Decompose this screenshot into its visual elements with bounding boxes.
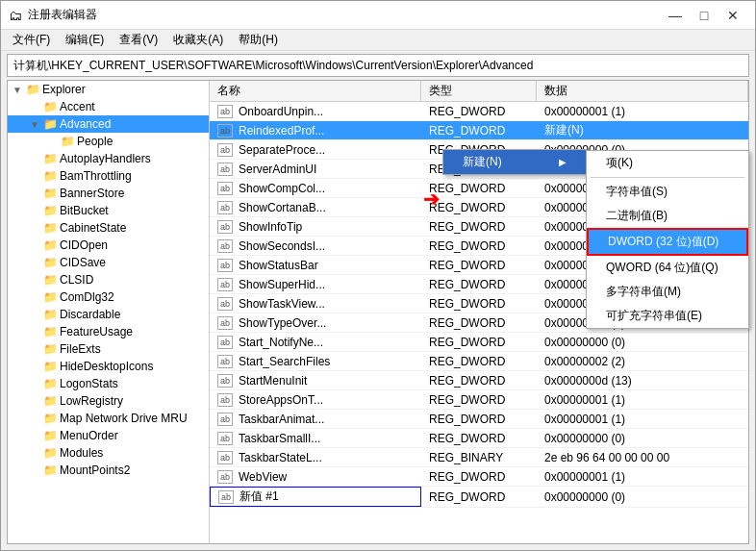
reg-icon: ab [217, 451, 233, 464]
tree-item-clsid[interactable]: ▶ 📁 CLSID [8, 271, 209, 288]
cell-name: abShowCompCol... [210, 181, 421, 196]
tree-label-mapnetwork: Map Network Drive MRU [58, 412, 188, 425]
folder-icon-advanced: 📁 [42, 117, 58, 131]
context-menu[interactable]: 新建(N) ▶ 项(K) 字符串值(S) 二进制值(B) DWORD (32 位… [442, 149, 587, 175]
cell-name: abServerAdminUI [210, 162, 421, 177]
cell-name: abShowSecondsI... [210, 238, 421, 254]
tree-item-fileexts[interactable]: ▶ 📁 FileExts [8, 340, 209, 358]
table-row[interactable]: abTaskbarSmallI... REG_DWORD0x00000000 (… [210, 429, 748, 448]
tree-toggle-featureusage: ▶ [27, 324, 42, 339]
tree-item-people[interactable]: ▶ 📁 People [8, 133, 209, 150]
reg-icon: ab [217, 220, 233, 234]
menu-file[interactable]: 文件(F) [5, 30, 58, 50]
col-header-data[interactable]: 数据 [537, 81, 748, 101]
menu-help[interactable]: 帮助(H) [231, 30, 286, 50]
menu-favorites[interactable]: 收藏夹(A) [165, 30, 231, 50]
tree-toggle-accent: ▶ [27, 99, 42, 114]
tree-item-lowregistry[interactable]: ▶ 📁 LowRegistry [8, 392, 209, 410]
table-row[interactable]: ab新值 #1 REG_DWORD0x00000000 (0) [210, 487, 748, 508]
cell-data: 2e eb 96 64 00 00 00 00 [537, 450, 748, 465]
submenu-item-binary[interactable]: 二进制值(B) [587, 204, 748, 228]
tree-toggle-mapnetwork: ▶ [27, 411, 42, 426]
tree-item-comdlg32[interactable]: ▶ 📁 ComDlg32 [8, 288, 209, 306]
menu-edit[interactable]: 编辑(E) [58, 30, 112, 50]
cell-type: REG_DWORD [421, 412, 537, 427]
tree-item-hidedesktopicons[interactable]: ▶ 📁 HideDesktopIcons [8, 358, 209, 375]
submenu-arrow-icon: ▶ [559, 157, 567, 167]
tree-toggle-modules: ▶ [27, 445, 42, 461]
cell-type: REG_DWORD [421, 200, 537, 215]
submenu-item-key[interactable]: 项(K) [587, 151, 748, 175]
cell-type: REG_DWORD [421, 489, 537, 505]
tree-item-featureusage[interactable]: ▶ 📁 FeatureUsage [8, 323, 209, 340]
table-row[interactable]: abTaskbarAnimat... REG_DWORD0x00000001 (… [210, 410, 748, 429]
tree-toggle-bam: ▶ [27, 168, 42, 184]
cell-type: REG_DWORD [421, 104, 537, 119]
cell-name: abTaskbarStateL... [210, 450, 421, 465]
tree-item-modules[interactable]: ▶ 📁 Modules [8, 444, 209, 462]
tree-label-featureusage: FeatureUsage [58, 325, 133, 338]
tree-item-bitbucket[interactable]: ▶ 📁 BitBucket [8, 202, 209, 219]
cell-type: REG_DWORD [421, 123, 537, 138]
maximize-button[interactable]: □ [690, 6, 718, 25]
context-menu-item-new[interactable]: 新建(N) ▶ [443, 150, 586, 174]
submenu-item-multistring[interactable]: 多字符串值(M) [587, 280, 748, 304]
folder-icon-lowregistry: 📁 [42, 394, 58, 408]
cell-data: 0x0000000d (13) [537, 373, 748, 388]
submenu-item-qword[interactable]: QWORD (64 位)值(Q) [587, 256, 748, 280]
menu-view[interactable]: 查看(V) [112, 30, 165, 50]
tree-toggle-fileexts: ▶ [27, 341, 42, 357]
submenu-item-string[interactable]: 字符串值(S) [587, 180, 748, 204]
tree-toggle-mountpoints2: ▶ [27, 463, 42, 478]
col-header-type[interactable]: 类型 [421, 81, 537, 101]
tree-toggle-logonstats: ▶ [27, 376, 42, 391]
table-row[interactable]: abTaskbarStateL... REG_BINARY2e eb 96 64… [210, 448, 748, 467]
table-row[interactable]: abReindexedProf... REG_DWORD新建(N) [210, 121, 748, 140]
cell-data: 0x00000002 (2) [537, 354, 748, 369]
table-row[interactable]: abWebView REG_DWORD0x00000001 (1) [210, 467, 748, 487]
cell-name: abShowInfoTip [210, 219, 421, 235]
table-row[interactable]: abStart_NotifyNe... REG_DWORD0x00000000 … [210, 333, 748, 352]
tree-item-autoplay[interactable]: ▶ 📁 AutoplayHandlers [8, 150, 209, 167]
tree-item-logonstats[interactable]: ▶ 📁 LogonStats [8, 375, 209, 392]
reg-icon: ab [217, 105, 233, 118]
tree-item-bannerstore[interactable]: ▶ 📁 BannerStore [8, 185, 209, 202]
cell-name: abSeparateProce... [210, 142, 421, 158]
tree-item-bam[interactable]: ▶ 📁 BamThrottling [8, 167, 209, 185]
cell-name: abShowCortanaB... [210, 200, 421, 215]
cell-name: abOnboardUnpin... [210, 104, 421, 119]
tree-item-mountpoints2[interactable]: ▶ 📁 MountPoints2 [8, 462, 209, 479]
tree-item-discardable[interactable]: ▶ 📁 Discardable [8, 306, 209, 323]
table-row[interactable]: abStart_SearchFiles REG_DWORD0x00000002 … [210, 352, 748, 371]
tree-item-cidopen[interactable]: ▶ 📁 CIDOpen [8, 237, 209, 254]
submenu-item-dword[interactable]: DWORD (32 位)值(D) [587, 228, 748, 256]
close-button[interactable]: ✕ [718, 6, 747, 25]
folder-icon-mountpoints2: 📁 [42, 463, 58, 477]
context-menu-label-new: 新建(N) [463, 154, 502, 170]
tree-item-cabinetstate[interactable]: ▶ 📁 CabinetState [8, 219, 209, 237]
tree-item-menuorder[interactable]: ▶ 📁 MenuOrder [8, 427, 209, 444]
reg-icon: ab [218, 490, 234, 504]
cell-type: REG_DWORD [421, 431, 537, 446]
table-row[interactable]: abStartMenuInit REG_DWORD0x0000000d (13) [210, 371, 748, 390]
tree-item-explorer[interactable]: ▼ 📁 Explorer [8, 81, 209, 98]
tree-item-mapnetwork[interactable]: ▶ 📁 Map Network Drive MRU [8, 410, 209, 427]
tree-label-bitbucket: BitBucket [58, 204, 109, 217]
tree-toggle-advanced[interactable]: ▼ [27, 116, 42, 132]
table-row[interactable]: abOnboardUnpin... REG_DWORD0x00000001 (1… [210, 102, 748, 121]
submenu-item-expandstring[interactable]: 可扩充字符串值(E) [587, 304, 748, 328]
tree-label-mountpoints2: MountPoints2 [58, 463, 130, 477]
table-row[interactable]: abStoreAppsOnT... REG_DWORD0x00000001 (1… [210, 390, 748, 410]
tree-item-accent[interactable]: ▶ 📁 Accent [8, 98, 209, 115]
cell-name: abTaskbarSmallI... [210, 431, 421, 446]
submenu[interactable]: 项(K) 字符串值(S) 二进制值(B) DWORD (32 位)值(D) QW… [586, 150, 749, 329]
minimize-button[interactable]: — [661, 6, 690, 25]
table-header: 名称 类型 数据 [210, 81, 748, 102]
col-header-name[interactable]: 名称 [210, 81, 421, 101]
tree-item-advanced[interactable]: ▼ 📁 Advanced [8, 115, 209, 133]
tree-item-cidsave[interactable]: ▶ 📁 CIDSave [8, 254, 209, 271]
cell-data: 0x00000000 (0) [537, 489, 748, 505]
tree-toggle-explorer[interactable]: ▼ [10, 82, 25, 97]
reg-icon: ab [217, 470, 233, 484]
cell-name: abStoreAppsOnT... [210, 392, 421, 408]
